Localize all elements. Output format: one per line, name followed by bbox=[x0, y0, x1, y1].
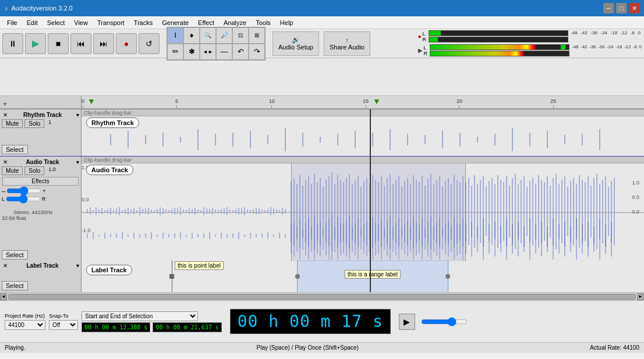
trim-tool-button[interactable]: ◄► bbox=[200, 44, 216, 60]
ruler-line-20 bbox=[459, 105, 459, 108]
skip-back-button[interactable]: ⏮ bbox=[70, 33, 91, 54]
menu-item-tools[interactable]: Tools bbox=[251, 18, 275, 27]
vu-meter: ● LR -48-42-36-24-18-12-60 bbox=[418, 30, 642, 57]
menu-item-tracks[interactable]: Tracks bbox=[129, 18, 158, 27]
titlebar-controls: ─ □ ✕ bbox=[603, 3, 639, 13]
label-track-label: Label Track bbox=[86, 265, 132, 275]
share-audio-label: Share Audio bbox=[330, 44, 365, 51]
point-label-text-1: this is point label bbox=[175, 261, 224, 270]
bottom-bar: Project Rate (Hz) 44100 Snap-To Off Star… bbox=[0, 300, 644, 353]
audio-select-button[interactable]: Select bbox=[2, 250, 28, 260]
label-track-dropdown[interactable]: ▾ bbox=[76, 262, 79, 269]
menu-item-file[interactable]: File bbox=[2, 18, 22, 27]
playback-controls-bottom: ▶ bbox=[399, 314, 415, 330]
pan-r: R bbox=[42, 196, 46, 202]
rhythm-playback-cursor bbox=[370, 109, 371, 156]
playback-volume-slider[interactable] bbox=[421, 318, 468, 325]
redo-button[interactable]: ↷ bbox=[249, 44, 265, 60]
snap-to-select[interactable]: Off bbox=[49, 320, 78, 330]
status-bar: Playing. Play (Space) / Play Once (Shift… bbox=[0, 342, 644, 353]
volume-slider-group bbox=[421, 318, 468, 325]
project-rate-select[interactable]: 44100 bbox=[5, 320, 45, 330]
menu-item-effect[interactable]: Effect bbox=[193, 18, 219, 27]
menu-item-view[interactable]: View bbox=[69, 18, 93, 27]
loop-button[interactable]: ↺ bbox=[139, 33, 160, 54]
toolbar: ⏸ ▶ ■ ⏮ ⏭ ● ↺ I ♦ 🔍 🔎 ⊡ ⊞ ✏ ✱ ◄► — ↶ bbox=[0, 29, 644, 96]
audio-track-close[interactable]: ✕ bbox=[2, 158, 9, 165]
menu-item-select[interactable]: Select bbox=[43, 18, 70, 27]
skip-forward-button[interactable]: ⏭ bbox=[93, 33, 114, 54]
time-start-display: 00 h 00 m 12,388 s bbox=[82, 322, 150, 332]
rhythm-solo-button[interactable]: Solo bbox=[24, 119, 44, 128]
audio-solo-button[interactable]: Solo bbox=[24, 166, 44, 175]
effects-button[interactable]: Effects bbox=[2, 177, 79, 186]
audio-track-info: Stereo, 44100Hz 32-bit float bbox=[2, 204, 79, 227]
ruler-line-10 bbox=[271, 105, 272, 108]
audio-info-text: Stereo, 44100Hz 32-bit float bbox=[2, 209, 53, 221]
time-end-value: 00 h 00 m 21,637 s bbox=[155, 324, 218, 330]
tracks-container: ✕ Rhythm Track ▾ Mute Solo 1 Select Clip… bbox=[0, 109, 644, 292]
project-rate-label: Project Rate (Hz) bbox=[5, 313, 45, 319]
label-track-close[interactable]: ✕ bbox=[2, 262, 9, 269]
audio-setup-button[interactable]: 🔊 Audio Setup bbox=[273, 31, 319, 56]
rhythm-select-button[interactable]: Select bbox=[2, 145, 28, 154]
fit-button[interactable]: ⊡ bbox=[232, 27, 249, 44]
menu-item-generate[interactable]: Generate bbox=[157, 18, 193, 27]
app-icon: ♪ bbox=[5, 5, 8, 12]
audio-track: ✕ Audio Track ▾ Mute Solo 1.0 Effects – … bbox=[0, 155, 644, 260]
zoom-in-button[interactable]: 🔍 bbox=[200, 27, 216, 44]
audio-track-header: ✕ Audio Track ▾ bbox=[2, 158, 79, 165]
rhythm-track-dropdown[interactable]: ▾ bbox=[76, 112, 79, 118]
audio-track-dropdown[interactable]: ▾ bbox=[76, 159, 79, 165]
selection-tool-button[interactable]: I bbox=[167, 27, 183, 44]
undo-button[interactable]: ↶ bbox=[232, 44, 249, 60]
bottom-controls: Project Rate (Hz) 44100 Snap-To Off Star… bbox=[0, 301, 644, 342]
rhythm-track-controls: ✕ Rhythm Track ▾ Mute Solo 1 Select bbox=[0, 109, 82, 156]
play-button[interactable]: ▶ bbox=[25, 33, 46, 54]
rhythm-clip-drag-bar[interactable]: Clip-handle drag-bar bbox=[82, 109, 644, 116]
pause-button[interactable]: ⏸ bbox=[2, 33, 23, 54]
actual-rate-value: 44100 bbox=[623, 344, 639, 351]
silence-tool-button[interactable]: — bbox=[216, 44, 232, 60]
menu-item-help[interactable]: Help bbox=[275, 18, 298, 27]
menu-item-analyze[interactable]: Analyze bbox=[219, 18, 251, 27]
label-track-header: ✕ Label Track ▾ bbox=[2, 262, 79, 269]
tools-row-1: I ♦ 🔍 🔎 ⊡ ⊞ bbox=[167, 27, 265, 44]
record-button[interactable]: ● bbox=[116, 33, 137, 54]
range-handle-right[interactable] bbox=[445, 274, 450, 279]
ruler-label-0: 0 bbox=[82, 98, 84, 104]
scroll-left-button[interactable]: ◄ bbox=[0, 293, 7, 300]
gain-slider[interactable] bbox=[6, 187, 41, 194]
maximize-button[interactable]: □ bbox=[616, 3, 627, 13]
rhythm-track-label: Rhythm Track bbox=[86, 118, 139, 128]
ruler: ▼ ▼ 051015202530 bbox=[82, 96, 644, 109]
scroll-thumb[interactable] bbox=[8, 294, 636, 300]
audio-clip-drag-bar[interactable]: Clip-handle drag-bar bbox=[82, 157, 644, 163]
zoom-out-button[interactable]: 🔎 bbox=[216, 27, 232, 44]
rhythm-db-label: 1 bbox=[48, 119, 51, 128]
fit2-button[interactable]: ⊞ bbox=[249, 27, 265, 44]
audio-mute-button[interactable]: Mute bbox=[2, 166, 23, 175]
horizontal-scrollbar[interactable]: ◄ ► bbox=[0, 292, 644, 300]
rhythm-track-close[interactable]: ✕ bbox=[2, 111, 9, 118]
minimize-button[interactable]: ─ bbox=[603, 3, 614, 13]
selection-type-select[interactable]: Start and End of Selection bbox=[82, 311, 198, 321]
multi-tool-button[interactable]: ✱ bbox=[183, 44, 200, 60]
vu-lr-label2: LR bbox=[424, 45, 428, 56]
rhythm-mute-button[interactable]: Mute bbox=[2, 119, 23, 128]
ruler-label-25: 25 bbox=[550, 98, 556, 104]
play-bottom-button[interactable]: ▶ bbox=[399, 314, 415, 330]
scroll-right-button[interactable]: ► bbox=[637, 293, 644, 300]
ruler-tick-5: 5 bbox=[175, 98, 178, 108]
pan-slider[interactable] bbox=[6, 196, 41, 202]
menu-item-edit[interactable]: Edit bbox=[22, 18, 43, 27]
big-timer: 00 h 00 m 17 s bbox=[230, 309, 391, 334]
stop-button[interactable]: ■ bbox=[48, 33, 69, 54]
menu-item-transport[interactable]: Transport bbox=[93, 18, 129, 27]
share-audio-button[interactable]: ↑ Share Audio bbox=[324, 31, 370, 56]
range-handle-left[interactable] bbox=[295, 274, 300, 279]
draw-tool-button[interactable]: ✏ bbox=[167, 44, 183, 60]
envelope-tool-button[interactable]: ♦ bbox=[183, 27, 200, 44]
label-select-button[interactable]: Select bbox=[2, 281, 28, 290]
close-button[interactable]: ✕ bbox=[629, 3, 639, 13]
